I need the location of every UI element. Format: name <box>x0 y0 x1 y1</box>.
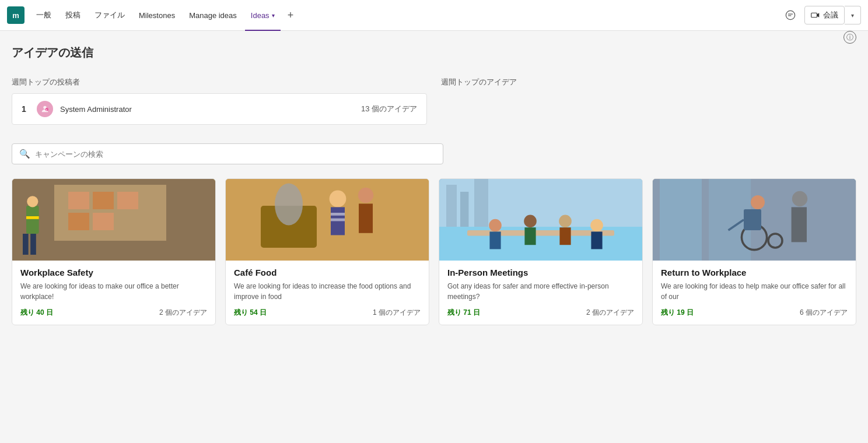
svg-point-20 <box>275 184 303 226</box>
card-footer-workplace: 残り 40 日 2 個のアイデア <box>20 308 207 318</box>
svg-rect-11 <box>93 213 114 230</box>
nav-files[interactable]: ファイル <box>89 0 131 31</box>
campaign-card-workplace-safety[interactable]: Workplace Safety We are looking for idea… <box>12 178 216 325</box>
card-days-workplace: 残り 40 日 <box>20 308 53 318</box>
card-body-cafe: Café Food We are looking for ideas to in… <box>226 261 429 325</box>
top-navigation: m アイデアの送信 一般 投稿 ファイル Milestones Manage i… <box>0 0 868 31</box>
card-image-cafe <box>226 179 429 261</box>
svg-rect-25 <box>331 213 345 216</box>
search-icon: 🔍 <box>19 149 30 159</box>
svg-point-50 <box>792 191 807 206</box>
svg-rect-10 <box>68 213 89 230</box>
camera-icon <box>811 10 820 20</box>
card-body-meetings: In-Person Meetings Got any ideas for saf… <box>439 261 642 325</box>
svg-rect-40 <box>591 231 602 249</box>
svg-point-23 <box>358 188 373 203</box>
svg-rect-51 <box>792 207 807 242</box>
top-contributors-section: 週間トップの投稿者 1 ✦ System Administrator 13 個の… <box>12 77 427 125</box>
card-image-meetings <box>439 179 642 261</box>
card-body-workplace: Workplace Safety We are looking for idea… <box>12 261 215 325</box>
svg-point-21 <box>330 191 346 208</box>
svg-rect-36 <box>524 227 536 245</box>
svg-rect-16 <box>26 216 39 219</box>
svg-rect-28 <box>439 179 642 227</box>
card-title-workplace: Workplace Safety <box>20 268 207 277</box>
card-desc-meetings: Got any ideas for safer and more effecti… <box>447 281 634 302</box>
chat-icon <box>785 10 796 20</box>
meeting-button-group: 会議 ▾ <box>804 6 861 24</box>
svg-rect-38 <box>559 227 570 245</box>
svg-rect-12 <box>26 206 39 234</box>
svg-point-33 <box>489 219 502 232</box>
card-ideas-workplace: 2 個のアイデア <box>159 308 207 318</box>
svg-rect-26 <box>331 219 345 222</box>
chat-button[interactable] <box>781 6 800 24</box>
nav-manage-ideas[interactable]: Manage ideas <box>183 0 243 31</box>
contributor-count: 13 個のアイデア <box>361 104 417 114</box>
card-footer-return: 残り 19 日 6 個のアイデア <box>661 308 848 318</box>
card-days-cafe: 残り 54 日 <box>234 308 267 318</box>
page-title: アイデアの送信 <box>12 45 856 61</box>
card-image-workplace <box>12 179 215 261</box>
svg-rect-31 <box>474 179 488 227</box>
meeting-button[interactable]: 会議 <box>804 6 845 24</box>
card-image-return <box>653 179 856 261</box>
svg-point-13 <box>27 196 38 207</box>
svg-point-35 <box>524 215 537 228</box>
svg-rect-30 <box>460 192 468 227</box>
nav-milestones[interactable]: Milestones <box>133 0 181 31</box>
top-ideas-label: 週間トップのアイデア <box>441 77 856 87</box>
svg-rect-9 <box>117 192 138 209</box>
top-ideas-section: 週間トップのアイデア <box>441 77 856 125</box>
card-footer-meetings: 残り 71 日 2 個のアイデア <box>447 308 634 318</box>
card-ideas-return: 6 個のアイデア <box>800 308 848 318</box>
card-desc-cafe: We are looking for ideas to increase the… <box>234 281 421 302</box>
svg-point-37 <box>559 215 572 228</box>
contributor-name: System Administrator <box>60 105 354 114</box>
svg-rect-1 <box>811 13 817 17</box>
user-avatar: m <box>7 6 24 24</box>
info-button[interactable]: ⓘ <box>844 31 856 44</box>
card-ideas-meetings: 2 個のアイデア <box>586 308 634 318</box>
nav-ideas[interactable]: Ideas ▾ <box>245 0 281 31</box>
search-input[interactable] <box>35 150 436 159</box>
card-ideas-cafe: 1 個のアイデア <box>373 308 421 318</box>
card-desc-workplace: We are looking for ideas to make our off… <box>20 281 207 302</box>
campaign-card-cafe-food[interactable]: Café Food We are looking for ideas to in… <box>225 178 429 325</box>
nav-posts[interactable]: 投稿 <box>60 0 86 31</box>
svg-rect-29 <box>446 185 457 227</box>
stats-row: 週間トップの投稿者 1 ✦ System Administrator 13 個の… <box>12 77 856 125</box>
card-days-return: 残り 19 日 <box>661 308 694 318</box>
add-tab-button[interactable]: + <box>283 0 299 31</box>
card-title-cafe: Café Food <box>234 268 421 277</box>
svg-point-39 <box>590 219 603 232</box>
card-days-meetings: 残り 71 日 <box>447 308 480 318</box>
svg-rect-15 <box>30 234 36 255</box>
card-body-return: Return to Workplace We are looking for i… <box>653 261 856 325</box>
svg-rect-34 <box>489 231 501 249</box>
nav-general[interactable]: アイデアの送信 一般 <box>30 0 57 31</box>
svg-rect-18 <box>226 179 429 261</box>
campaign-card-meetings[interactable]: In-Person Meetings Got any ideas for saf… <box>439 178 643 325</box>
contributor-card-0: 1 ✦ System Administrator 13 個のアイデア <box>12 93 427 125</box>
campaigns-grid: Workplace Safety We are looking for idea… <box>12 178 856 325</box>
campaign-card-return[interactable]: Return to Workplace We are looking for i… <box>652 178 856 325</box>
page-content: ⓘ アイデアの送信 週間トップの投稿者 1 ✦ System Administr… <box>0 31 868 339</box>
svg-rect-24 <box>359 203 373 233</box>
person-icon: ✦ <box>40 104 50 114</box>
svg-point-45 <box>751 195 765 209</box>
card-title-return: Return to Workplace <box>661 268 848 277</box>
svg-rect-43 <box>660 179 702 261</box>
card-footer-cafe: 残り 54 日 1 個のアイデア <box>234 308 421 318</box>
svg-rect-7 <box>68 192 89 209</box>
ideas-chevron-icon: ▾ <box>272 12 275 19</box>
contributor-avatar: ✦ <box>37 101 53 117</box>
campaign-search-bar[interactable]: 🔍 <box>12 143 443 164</box>
svg-point-0 <box>786 10 794 19</box>
svg-rect-48 <box>744 209 761 230</box>
svg-rect-8 <box>93 192 114 209</box>
card-title-meetings: In-Person Meetings <box>447 268 634 277</box>
top-contributors-label: 週間トップの投稿者 <box>12 77 427 87</box>
chevron-down-icon: ▾ <box>851 12 854 19</box>
meeting-dropdown-button[interactable]: ▾ <box>845 6 861 24</box>
